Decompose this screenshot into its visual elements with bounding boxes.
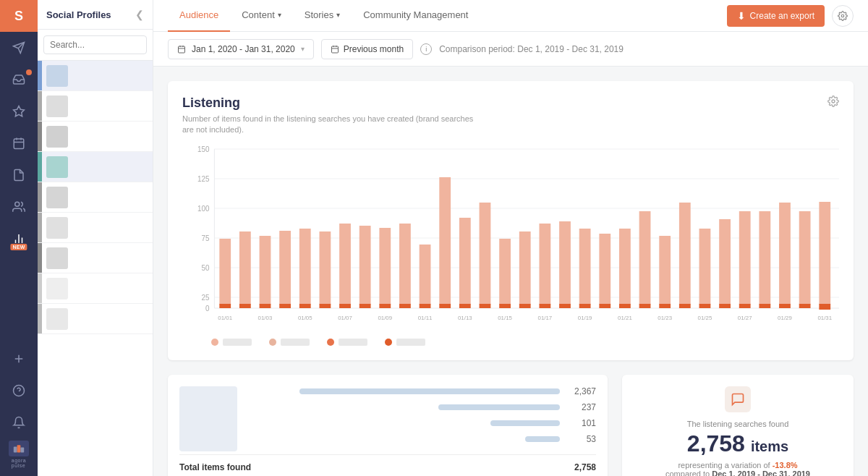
tab-stories[interactable]: Stories ▾ xyxy=(293,0,352,32)
bar-accent xyxy=(679,304,691,308)
bar xyxy=(619,229,631,305)
bar xyxy=(359,226,371,305)
settings-button[interactable] xyxy=(832,5,854,27)
create-export-button[interactable]: ⬇ Create an export xyxy=(727,5,825,27)
svg-rect-3 xyxy=(14,139,24,149)
bar xyxy=(480,203,491,305)
profiles-panel: Social Profiles ❮ xyxy=(38,0,153,476)
bar-accent xyxy=(480,304,491,308)
bar xyxy=(539,224,550,305)
sidebar-item-analytics[interactable]: NEW xyxy=(0,223,38,255)
svg-text:01/15: 01/15 xyxy=(498,315,512,321)
bar xyxy=(599,234,610,305)
sidebar-item-inbox[interactable] xyxy=(0,64,38,95)
bar-accent xyxy=(599,304,610,308)
svg-text:150: 150 xyxy=(197,145,210,153)
bar xyxy=(699,229,711,305)
sidebar-item-calendar[interactable] xyxy=(0,127,38,159)
bar xyxy=(719,219,731,305)
bar xyxy=(499,239,511,305)
svg-text:100: 100 xyxy=(197,205,210,213)
date-range-picker[interactable]: Jan 1, 2020 - Jan 31, 2020 ▾ xyxy=(168,39,314,59)
bar-accent xyxy=(420,304,431,308)
svg-rect-16 xyxy=(17,445,21,452)
bar xyxy=(239,231,251,305)
download-icon: ⬇ xyxy=(737,10,746,22)
svg-text:01/01: 01/01 xyxy=(218,315,232,321)
legend-item-1 xyxy=(211,339,252,346)
stats-bar-value-3: 101 xyxy=(567,418,596,428)
stats-bar-row-1: 2,367 xyxy=(249,386,596,396)
profile-item[interactable] xyxy=(38,152,153,182)
svg-point-7 xyxy=(15,202,20,206)
svg-text:01/13: 01/13 xyxy=(458,315,472,321)
sidebar-logo: S xyxy=(0,0,38,32)
svg-text:01/05: 01/05 xyxy=(298,315,312,321)
stats-items-label: items xyxy=(751,438,788,455)
bar xyxy=(439,177,451,305)
legend-dot-4 xyxy=(385,339,392,346)
svg-text:01/07: 01/07 xyxy=(338,315,352,321)
stats-bars-container: 2,367 237 101 53 xyxy=(249,386,596,450)
bar-accent xyxy=(519,304,531,308)
bar-accent xyxy=(559,304,571,308)
main-content: Audience Content ▾ Stories ▾ Community M… xyxy=(153,0,868,476)
profile-item[interactable] xyxy=(38,243,153,273)
bar-accent xyxy=(319,304,331,308)
bar-accent xyxy=(499,304,511,308)
tab-audience[interactable]: Audience xyxy=(168,0,230,32)
chart-settings-button[interactable] xyxy=(827,95,839,110)
sidebar-item-star[interactable] xyxy=(0,95,38,127)
bar-accent xyxy=(459,304,471,308)
svg-text:75: 75 xyxy=(202,234,210,242)
bar-accent xyxy=(619,304,631,308)
sidebar: S NEW xyxy=(0,0,38,476)
profile-item[interactable] xyxy=(38,122,153,152)
tab-community-management[interactable]: Community Management xyxy=(352,0,480,32)
profile-item[interactable] xyxy=(38,304,153,334)
bar xyxy=(319,231,331,305)
stats-period-value: Dec 1, 2019 - Dec 31, 2019 xyxy=(712,469,810,476)
legend-dot-2 xyxy=(269,339,276,346)
bar xyxy=(399,224,411,305)
profiles-collapse-btn[interactable]: ❮ xyxy=(135,9,144,20)
bar xyxy=(679,203,691,305)
sidebar-item-people[interactable] xyxy=(0,191,38,223)
profile-item[interactable] xyxy=(38,213,153,243)
stats-total-value: 2,758 xyxy=(574,462,596,472)
svg-text:01/17: 01/17 xyxy=(538,315,553,321)
sidebar-item-send[interactable] xyxy=(0,32,38,64)
tab-content[interactable]: Content ▾ xyxy=(230,0,293,32)
profile-item[interactable] xyxy=(38,273,153,304)
stats-total-label: Total items found xyxy=(179,462,251,472)
profile-item[interactable] xyxy=(38,91,153,122)
profiles-search-input[interactable] xyxy=(43,35,147,54)
bar-accent xyxy=(639,304,651,308)
bar-accent xyxy=(719,304,731,308)
calendar-icon xyxy=(177,45,186,54)
date-bar: Jan 1, 2020 - Jan 31, 2020 ▾ Previous mo… xyxy=(153,32,868,67)
svg-rect-23 xyxy=(331,46,338,53)
date-chevron-icon: ▾ xyxy=(301,45,305,53)
sidebar-item-help[interactable] xyxy=(0,375,38,407)
profiles-header: Social Profiles ❮ xyxy=(38,0,153,30)
bar-accent xyxy=(739,304,751,308)
svg-text:50: 50 xyxy=(202,264,210,272)
bar-chart-svg: 150 125 100 75 50 25 0 01/01 xyxy=(182,142,839,330)
prev-calendar-icon xyxy=(331,45,339,54)
svg-marker-2 xyxy=(14,106,25,116)
stats-thumbnail xyxy=(179,386,237,451)
sidebar-item-add[interactable] xyxy=(0,343,38,375)
sidebar-item-document[interactable] xyxy=(0,159,38,191)
profile-item[interactable] xyxy=(38,61,153,91)
legend-item-4 xyxy=(385,339,425,346)
sidebar-item-bell[interactable] xyxy=(0,407,38,438)
stats-bar-value-2: 237 xyxy=(567,402,596,412)
svg-text:0: 0 xyxy=(205,305,210,313)
bar xyxy=(819,202,830,305)
prev-month-button[interactable]: Previous month xyxy=(321,39,413,59)
stats-total-row: Total items found 2,758 xyxy=(179,454,596,472)
profile-item[interactable] xyxy=(38,182,153,213)
legend-bar-1 xyxy=(223,339,252,346)
svg-point-18 xyxy=(841,14,844,17)
